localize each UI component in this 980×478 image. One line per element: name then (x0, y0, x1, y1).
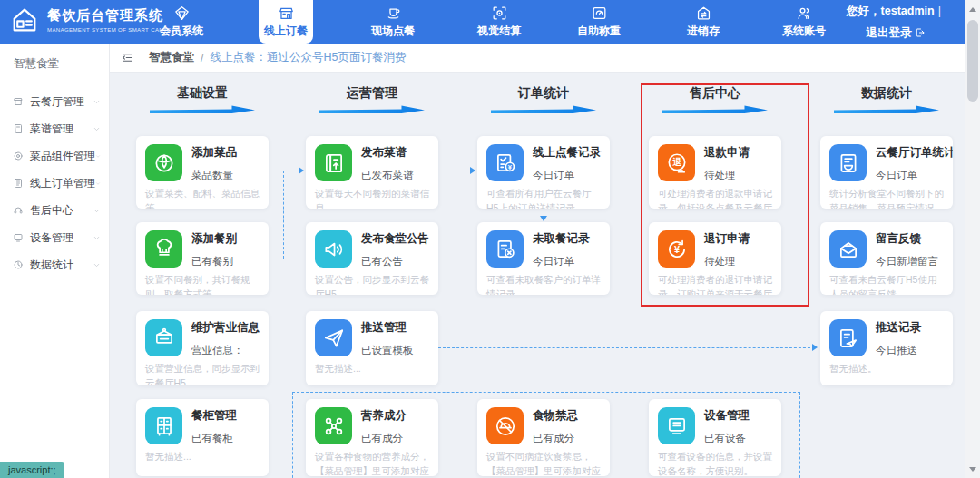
card-push-management[interactable]: 推送管理 已设置模板 暂无描述... (306, 311, 438, 385)
sidebar-item-cloud-restaurant[interactable]: 云餐厅管理 (0, 88, 109, 115)
card-publish-notice[interactable]: 发布食堂公告 已有公告 设置公告，同步显示到云餐厅H5。 (306, 222, 438, 295)
card-description: 设置公告，同步显示到云餐厅H5。 (306, 268, 438, 295)
chevron-down-icon (93, 207, 101, 215)
sidebar-item-online-orders[interactable]: 线上订单管理 (0, 170, 109, 197)
sidebar-item-label: 云餐厅管理 (30, 94, 93, 110)
logout-icon[interactable] (915, 27, 926, 38)
connector-line (283, 171, 284, 259)
card-subtitle: 已有餐别 (191, 255, 237, 268)
svg-text:退: 退 (672, 157, 681, 167)
sidebar-item-recipes[interactable]: 菜谱管理 (0, 115, 109, 142)
column-title: 订单统计 (477, 85, 610, 102)
card-title: 留言反馈 (876, 231, 938, 247)
card-subtitle: 已有成分 (361, 432, 407, 445)
column-header-aftersales: 售后中心 (649, 85, 781, 113)
sidebar-item-dish-components[interactable]: 菜品组件管理 (0, 142, 109, 170)
breadcrumb-separator: / (201, 52, 203, 64)
nav-item-membership[interactable]: 会员系统 (145, 0, 218, 44)
sidebar-menu: 云餐厅管理 菜谱管理 菜品组件管理 线上订单管理 售后中心 (0, 88, 109, 278)
card-title: 添加餐别 (191, 231, 237, 247)
card-subtitle: 已设置模板 (361, 344, 414, 357)
card-publish-menu[interactable]: 发布菜谱 已发布菜谱 设置每天不同餐别的菜谱信息。 (306, 136, 438, 209)
membership-diamond-icon (173, 5, 191, 22)
nav-label: 会员系统 (160, 24, 203, 39)
menu-book-icon (315, 144, 352, 181)
nav-item-online-order[interactable]: 线上订餐 (259, 0, 313, 44)
collapse-sidebar-icon[interactable] (121, 51, 134, 64)
main-content: 基础设置 运营管理 订单统计 售后中心 数据统计 (110, 73, 965, 478)
online-order-store-icon (278, 5, 295, 22)
scroll-up-button[interactable] (965, 2, 980, 16)
card-nutrition[interactable]: 营养成分 已有成分 设置各种食物的营养成分，【菜品管理】里可添加对应的食物及分.… (306, 399, 438, 476)
column-title: 运营管理 (306, 85, 438, 102)
components-icon (13, 151, 24, 161)
card-cloud-order-stats[interactable]: 云餐厅订单统计 今日订单 统计分析食堂不同餐别下的菜品销售、菜品预定情况。 (820, 136, 953, 209)
card-online-order-records[interactable]: ¥ 线上点餐记录 今日订单 可查看所有用户在云餐厅H5上的订单详情记录。 (477, 136, 610, 209)
scroll-up-arrow-icon (969, 4, 976, 12)
vertical-scrollbar[interactable] (965, 0, 980, 478)
nav-label: 自助称重 (577, 24, 621, 39)
nav-item-self-weigh[interactable]: 自助称重 (563, 0, 635, 44)
nav-item-visual-checkout[interactable]: 视觉结算 (463, 0, 535, 44)
card-unsubscribe-requests[interactable]: ¥ 退订申请 待处理 可处理消费者的退订申请记录，订购订单来源于云餐厅H5上的订… (649, 222, 781, 295)
order-record-icon: ¥ (486, 144, 524, 181)
card-refund-requests[interactable]: 退 退款申请 待处理 可处理消费者的退款申请记录，包括设备点餐及云餐厅H5上的订… (649, 136, 781, 209)
sidebar-item-aftersales[interactable]: 售后中心 (0, 197, 109, 224)
nav-label: 视觉结算 (477, 24, 521, 39)
order-list-icon (13, 178, 24, 189)
scrollbar-thumb[interactable] (967, 20, 978, 102)
sidebar-item-label: 售后中心 (30, 203, 93, 219)
chevron-down-icon (95, 180, 101, 188)
card-title: 线上点餐记录 (533, 145, 601, 161)
card-subtitle: 待处理 (704, 255, 750, 268)
card-message-feedback[interactable]: 留言反馈 今日新增留言 可查看来自云餐厅H5使用人员的留言反馈。 (820, 222, 953, 295)
order-stats-icon (829, 144, 867, 181)
card-add-dish[interactable]: 添加菜品 菜品数量 设置菜类、配料、菜品信息等。 (136, 136, 269, 209)
card-subtitle: 已有成分 (533, 432, 578, 445)
card-subtitle: 已有设备 (704, 432, 750, 445)
card-subtitle: 已有公告 (361, 255, 429, 268)
logo-house-icon (9, 5, 40, 35)
user-greeting: 您好，testadmin (847, 3, 935, 19)
card-business-info[interactable]: 维护营业信息 营业信息： 设置营业信息，同步显示到云餐厅H5。 (136, 311, 269, 385)
card-push-records[interactable]: 推送记录 今日推送 暂无描述。 (820, 311, 953, 385)
breadcrumb-root[interactable]: 智慧食堂 (149, 50, 194, 65)
scroll-down-button[interactable] (965, 462, 980, 476)
card-device-management[interactable]: 设备管理 已有设备 可查看设备的信息，并设置设备名称，方便识别。 (649, 399, 781, 476)
card-description: 设置菜类、配料、菜品信息等。 (136, 182, 269, 209)
card-description: 设置营业信息，同步显示到云餐厅H5。 (136, 357, 269, 385)
visual-checkout-eye-icon (491, 5, 508, 22)
nav-item-onsite-order[interactable]: 现场点餐 (357, 0, 429, 44)
connector-line (438, 347, 815, 348)
card-subtitle: 今日新增留言 (876, 255, 938, 268)
card-description: 统计分析食堂不同餐别下的菜品销售、菜品预定情况。 (820, 182, 953, 209)
card-title: 发布菜谱 (361, 145, 414, 161)
connector-line (269, 259, 283, 259)
card-add-meal-type[interactable]: 添加餐别 已有餐别 设置不同餐别，其订餐规则、取餐方式等。 (136, 222, 269, 295)
card-subtitle: 已发布菜谱 (361, 169, 414, 182)
app-window: 餐饮后台管理系统 MANAGEMENT SYSTEM OF SMART CANT… (0, 0, 980, 478)
card-food-taboo[interactable]: 食物禁忌 已有成分 设置不同病症饮食禁忌，【菜品管理】里可添加对应的。 (477, 399, 610, 476)
top-navbar: 餐饮后台管理系统 MANAGEMENT SYSTEM OF SMART CANT… (0, 0, 965, 44)
nav-label: 现场点餐 (371, 24, 415, 39)
card-subtitle: 今日订单 (876, 169, 953, 182)
nav-label: 线上订餐 (264, 24, 308, 39)
chevron-down-icon (93, 234, 101, 242)
nav-item-system-account[interactable]: 系统账号 (768, 0, 840, 44)
column-title: 售后中心 (649, 85, 781, 102)
card-unclaimed-meals[interactable]: 未取餐记录 今日订单 可查看未取餐客户的订单详情记录。 (477, 222, 610, 295)
nav-item-inventory[interactable]: 进销存 (667, 0, 740, 44)
clock-stats-icon (13, 259, 24, 270)
monitor-icon (13, 232, 24, 243)
logout-link[interactable]: 退出登录 (867, 24, 912, 41)
chevron-down-icon (93, 98, 101, 106)
card-title: 维护营业信息 (191, 320, 260, 336)
card-cabinet-management[interactable]: 餐柜管理 已有餐柜 暂无描述... (136, 399, 269, 476)
card-title: 推送记录 (876, 320, 921, 336)
card-subtitle: 营业信息： (191, 344, 260, 357)
sidebar-item-devices[interactable]: 设备管理 (0, 224, 109, 251)
sidebar-item-label: 数据统计 (30, 258, 93, 273)
signboard-icon (145, 319, 182, 356)
card-description: 可查看未取餐客户的订单详情记录。 (477, 268, 610, 295)
sidebar-item-statistics[interactable]: 数据统计 (0, 251, 109, 278)
